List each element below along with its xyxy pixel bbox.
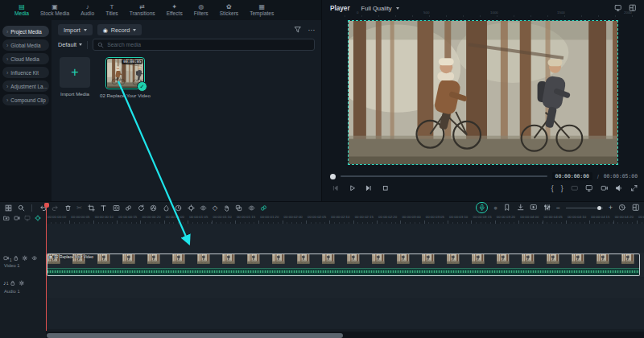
speed-icon[interactable] bbox=[138, 204, 145, 212]
tab-transitions[interactable]: ⇄Transitions bbox=[125, 2, 160, 18]
delete-icon[interactable] bbox=[64, 204, 72, 212]
zoom-out-icon[interactable]: − bbox=[556, 204, 560, 212]
tab-media[interactable]: ▤Media bbox=[10, 2, 34, 18]
timeline-ruler[interactable]: 00:00:00:0000:00:00:0500:00:00:1000:00:0… bbox=[46, 213, 644, 224]
mark-in-icon[interactable]: { bbox=[551, 184, 554, 192]
filter-icon[interactable] bbox=[294, 26, 302, 34]
import-button[interactable]: Import bbox=[58, 24, 93, 35]
seek-bar[interactable] bbox=[341, 175, 547, 177]
sidebar-item-influence-kit[interactable]: ›Influence Kit bbox=[2, 67, 49, 78]
snapshot-icon[interactable] bbox=[601, 184, 609, 192]
audio-track-icon[interactable]: ♪1 bbox=[3, 279, 6, 287]
visibility-icon[interactable] bbox=[248, 204, 255, 212]
media-view-icon[interactable] bbox=[5, 204, 12, 212]
keyframe-icon[interactable]: ◇ bbox=[213, 204, 218, 212]
audio-track-lane[interactable] bbox=[46, 278, 644, 298]
tab-filters[interactable]: ◍Filters bbox=[189, 2, 213, 18]
play-icon[interactable] bbox=[349, 184, 357, 192]
video-track-icon[interactable]: 1 bbox=[3, 255, 10, 262]
duration-icon[interactable] bbox=[175, 204, 182, 212]
import-media-tile[interactable]: + bbox=[60, 57, 90, 88]
mark-out-icon[interactable]: } bbox=[561, 184, 564, 192]
transitions-icon: ⇄ bbox=[139, 3, 145, 10]
copy-icon[interactable] bbox=[235, 204, 242, 212]
filmstrip-frame bbox=[372, 254, 397, 268]
sidebar-item-adjustment-la[interactable]: ›Adjustment La... bbox=[2, 80, 49, 92]
more-options-icon[interactable]: ⋯ bbox=[308, 26, 316, 34]
tab-audio[interactable]: ♪Audio bbox=[76, 2, 99, 18]
aspect-ratio-icon[interactable] bbox=[571, 184, 579, 192]
mask-icon[interactable] bbox=[113, 204, 120, 212]
tab-stickers[interactable]: ✿Stickers bbox=[215, 2, 243, 18]
media-sidebar: ›Project Media›Global Media›Cloud Media›… bbox=[0, 20, 52, 201]
chevron-down-icon bbox=[84, 29, 87, 31]
track-settings-icon[interactable] bbox=[19, 280, 25, 286]
motion-tracking-icon[interactable] bbox=[188, 204, 195, 212]
timeline-clip[interactable]: ▦02 Replace Your Video bbox=[47, 254, 640, 276]
search-input[interactable] bbox=[107, 42, 310, 47]
next-frame-icon[interactable] bbox=[365, 184, 373, 192]
volume-icon[interactable] bbox=[615, 184, 623, 192]
previous-frame-icon[interactable] bbox=[332, 184, 340, 192]
track-settings-icon[interactable] bbox=[22, 255, 28, 262]
fullscreen-icon[interactable] bbox=[630, 184, 638, 192]
lock-track-icon[interactable] bbox=[10, 280, 16, 286]
current-timecode: 00:00:00:00 bbox=[552, 172, 592, 180]
manage-tracks-icon[interactable] bbox=[3, 215, 10, 221]
timeline-tracks[interactable]: ▦02 Replace Your Video bbox=[46, 224, 644, 329]
toggle-visibility-icon[interactable] bbox=[31, 255, 38, 262]
record-button[interactable]: ◉Record bbox=[97, 24, 142, 35]
quick-record-icon[interactable]: ● bbox=[493, 204, 497, 212]
ruler-label: 00:00:02:15 bbox=[355, 215, 374, 219]
video-track-label: Video 1 bbox=[0, 262, 46, 268]
record-dot-icon: ◉ bbox=[103, 27, 108, 33]
voiceover-record-icon[interactable] bbox=[476, 202, 488, 214]
preview-quality-icon[interactable] bbox=[200, 204, 207, 212]
audio-mixer-icon[interactable] bbox=[543, 204, 551, 212]
zoom-to-fit-icon[interactable] bbox=[618, 204, 626, 212]
tab-templates[interactable]: ▦Templates bbox=[245, 2, 279, 18]
color-correction-icon[interactable] bbox=[150, 204, 157, 212]
tab-stock-media[interactable]: ▣Stock Media bbox=[35, 2, 74, 18]
pan-tool-icon[interactable] bbox=[223, 204, 230, 212]
unlink-icon[interactable] bbox=[125, 204, 132, 212]
add-marker-icon[interactable] bbox=[503, 204, 511, 212]
scrollbar-thumb[interactable] bbox=[47, 333, 343, 338]
export-frame-icon[interactable] bbox=[517, 204, 525, 212]
media-clip-thumbnail[interactable]: 00:00:05 ✓ bbox=[105, 57, 145, 89]
display-track-icon[interactable] bbox=[24, 215, 31, 221]
panel-layout-icon[interactable] bbox=[632, 204, 640, 212]
zoom-in-icon[interactable]: + bbox=[609, 204, 613, 212]
crop-icon[interactable] bbox=[88, 204, 95, 212]
auto-ripple-icon[interactable] bbox=[260, 204, 267, 212]
text-icon[interactable] bbox=[100, 204, 107, 212]
preview-video[interactable] bbox=[348, 20, 618, 165]
record-track-icon[interactable] bbox=[14, 215, 20, 221]
lock-track-icon[interactable] bbox=[13, 255, 19, 262]
playhead[interactable] bbox=[46, 203, 47, 331]
tab-titles[interactable]: TTitles bbox=[101, 2, 123, 18]
timeline-scrollbar[interactable] bbox=[46, 332, 644, 338]
ruler-label: 00:00:02:20 bbox=[378, 215, 397, 219]
timeline-zoom-slider[interactable] bbox=[566, 204, 603, 212]
zoom-tool-icon[interactable] bbox=[18, 204, 25, 212]
chroma-key-icon[interactable] bbox=[163, 204, 170, 212]
magnetic-timeline-icon[interactable] bbox=[35, 215, 41, 221]
stop-icon[interactable] bbox=[382, 184, 390, 192]
sidebar-item-cloud-media[interactable]: ›Cloud Media bbox=[2, 53, 49, 64]
sidebar-item-compound-clip[interactable]: ›Compound Clip bbox=[2, 94, 49, 105]
preview-ruler-label: 500 bbox=[423, 10, 429, 14]
ruler-label: 00:00:00:15 bbox=[118, 215, 137, 219]
ruler-label: 00:00:01:15 bbox=[237, 215, 255, 219]
category-dropdown[interactable]: Default bbox=[58, 41, 82, 48]
filmstrip-frame bbox=[522, 254, 547, 268]
split-icon[interactable]: ✂ bbox=[76, 204, 82, 212]
sidebar-item-global-media[interactable]: ›Global Media bbox=[2, 39, 49, 51]
render-preview-icon[interactable] bbox=[530, 204, 538, 212]
redo-icon[interactable] bbox=[52, 204, 59, 212]
clip-filmstrip bbox=[47, 254, 639, 268]
seek-handle[interactable] bbox=[330, 174, 336, 179]
tab-effects[interactable]: ✦Effects bbox=[162, 2, 188, 18]
display-mode-icon[interactable] bbox=[585, 184, 593, 192]
sidebar-item-project-media[interactable]: ›Project Media bbox=[2, 26, 49, 37]
